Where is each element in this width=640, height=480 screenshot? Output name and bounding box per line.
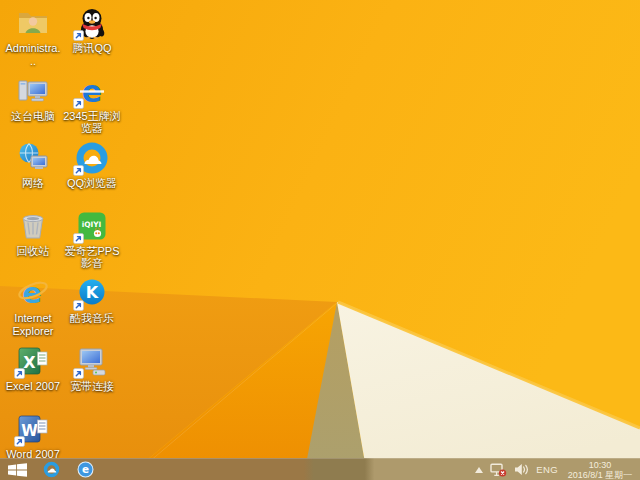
- svg-text:iQIYI: iQIYI: [82, 219, 102, 228]
- desktop-icon-2345-browser[interactable]: e 2345王牌浏览器: [65, 74, 119, 135]
- desktop-icon-label: 网络: [4, 177, 62, 190]
- desktop-icon-internet-explorer[interactable]: e Internet Explorer: [6, 276, 60, 337]
- shortcut-arrow-icon: [73, 300, 84, 311]
- desktop-icon-label: Excel 2007: [4, 380, 62, 393]
- svg-text:e: e: [81, 463, 88, 475]
- recycle-bin-icon: [16, 209, 50, 243]
- desktop-icon-label: Internet Explorer: [4, 312, 62, 337]
- shortcut-arrow-icon: [73, 30, 84, 41]
- chevron-up-icon: [475, 467, 483, 473]
- clock-date: 2016/8/1 星期一: [568, 470, 633, 480]
- user-folder-icon: [16, 6, 50, 40]
- desktop-icon-grid: Administra... 腾讯QQ 这台电脑 e 2345王牌浏览器: [6, 0, 136, 458]
- shortcut-arrow-icon: [14, 368, 25, 379]
- network-status-icon[interactable]: [490, 459, 507, 480]
- desktop-icon-administrator-folder[interactable]: Administra...: [6, 6, 60, 67]
- shortcut-arrow-icon: [73, 368, 84, 379]
- desktop-icon-label: 2345王牌浏览器: [63, 110, 121, 135]
- broadband-icon: [75, 344, 109, 378]
- shortcut-arrow-icon: [14, 436, 25, 447]
- taskbar-pinned-apps: e: [34, 459, 102, 480]
- desktop-icon-network[interactable]: 网络: [6, 141, 60, 190]
- desktop-icon-kuwo-music[interactable]: K 酷我音乐: [65, 276, 119, 325]
- desktop-icon-qq-browser[interactable]: QQ浏览器: [65, 141, 119, 190]
- desktop-icon-label: 宽带连接: [63, 380, 121, 393]
- system-tray: ENG 10:30 2016/8/1 星期一: [475, 459, 640, 480]
- desktop-icon-label: 腾讯QQ: [63, 42, 121, 55]
- desktop-icon-word-2007[interactable]: W Word 2007: [6, 412, 60, 461]
- taskbar-app-qq-browser[interactable]: [34, 459, 68, 480]
- computer-icon: [16, 74, 50, 108]
- windows-desktop: Administra... 腾讯QQ 这台电脑 e 2345王牌浏览器: [0, 0, 640, 480]
- word-icon: W: [16, 412, 50, 446]
- desktop-icon-label: 回收站: [4, 245, 62, 258]
- iqiyi-icon: iQIYI: [75, 209, 109, 243]
- shortcut-arrow-icon: [73, 165, 84, 176]
- volume-icon[interactable]: [514, 459, 529, 480]
- windows-logo-icon: [8, 463, 27, 477]
- desktop-icon-label: 酷我音乐: [63, 312, 121, 325]
- tray-expand-button[interactable]: [475, 459, 483, 480]
- qq-penguin-icon: [75, 6, 109, 40]
- desktop-icon-excel-2007[interactable]: X Excel 2007: [6, 344, 60, 393]
- svg-text:X: X: [23, 353, 36, 372]
- svg-text:e: e: [22, 276, 42, 310]
- language-indicator[interactable]: ENG: [536, 459, 558, 480]
- taskbar: e ENG: [0, 458, 640, 480]
- blue-e-icon: e: [75, 74, 109, 108]
- desktop-icon-tencent-qq[interactable]: 腾讯QQ: [65, 6, 119, 55]
- desktop-icon-this-pc[interactable]: 这台电脑: [6, 74, 60, 123]
- desktop-icon-broadband-connection[interactable]: 宽带连接: [65, 344, 119, 393]
- desktop-icon-iqiyi-pps[interactable]: iQIYI 爱奇艺PPS 影音: [65, 209, 119, 270]
- qq-browser-ring-icon: [43, 461, 60, 478]
- qq-browser-ring-icon: [75, 141, 109, 175]
- ie-icon: e: [16, 276, 50, 310]
- clock-time: 10:30: [589, 460, 612, 470]
- desktop-icon-label: QQ浏览器: [63, 177, 121, 190]
- kuwo-icon: K: [75, 276, 109, 310]
- taskbar-clock[interactable]: 10:30 2016/8/1 星期一: [565, 460, 635, 480]
- shortcut-arrow-icon: [73, 98, 84, 109]
- e-badge-icon: e: [77, 461, 94, 478]
- desktop-icon-label: 爱奇艺PPS 影音: [63, 245, 121, 270]
- desktop-icon-label: 这台电脑: [4, 110, 62, 123]
- desktop-icon-label: Administra...: [4, 42, 62, 67]
- network-globe-icon: [16, 141, 50, 175]
- svg-text:K: K: [86, 283, 99, 302]
- start-button[interactable]: [0, 459, 34, 480]
- shortcut-arrow-icon: [73, 233, 84, 244]
- desktop-icon-recycle-bin[interactable]: 回收站: [6, 209, 60, 258]
- excel-icon: X: [16, 344, 50, 378]
- taskbar-app-2345-browser[interactable]: e: [68, 459, 102, 480]
